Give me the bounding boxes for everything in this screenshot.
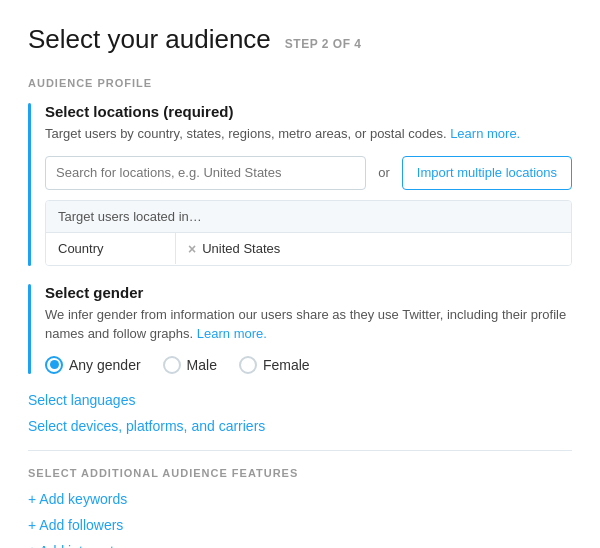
select-languages-link[interactable]: Select languages (28, 392, 135, 408)
or-text: or (378, 165, 390, 180)
gender-any-label: Any gender (69, 357, 141, 373)
locations-title: Select locations (required) (45, 103, 572, 120)
target-row-value: × United States (176, 233, 292, 265)
target-row: Country × United States (46, 233, 571, 265)
gender-female-label: Female (263, 357, 310, 373)
gender-title: Select gender (45, 284, 572, 301)
page-title: Select your audience (28, 24, 271, 55)
add-keywords-text: + Add keywords (28, 491, 127, 507)
locations-search-input[interactable] (45, 156, 366, 190)
gender-male-option[interactable]: Male (163, 356, 217, 374)
gender-desc: We infer gender from information our use… (45, 305, 572, 344)
gender-learn-more[interactable]: Learn more. (197, 326, 267, 341)
locations-desc: Target users by country, states, regions… (45, 124, 572, 144)
gender-desc-text: We infer gender from information our use… (45, 307, 566, 342)
devices-section: Select devices, platforms, and carriers (28, 418, 572, 434)
gender-field-group: Select gender We infer gender from infor… (28, 284, 572, 374)
additional-features-section: SELECT ADDITIONAL AUDIENCE FEATURES + Ad… (28, 467, 572, 549)
gender-any-option[interactable]: Any gender (45, 356, 141, 374)
target-header: Target users located in… (46, 201, 571, 233)
gender-female-radio[interactable] (239, 356, 257, 374)
gender-male-label: Male (187, 357, 217, 373)
audience-profile-section: AUDIENCE PROFILE Select locations (requi… (28, 77, 572, 434)
import-locations-button[interactable]: Import multiple locations (402, 156, 572, 190)
target-location-value: United States (202, 241, 280, 256)
remove-location-button[interactable]: × (188, 241, 196, 257)
gender-any-radio[interactable] (45, 356, 63, 374)
gender-left-bar (28, 284, 31, 374)
page-header: Select your audience STEP 2 OF 4 (28, 24, 572, 55)
add-followers-text: + Add followers (28, 517, 123, 533)
locations-left-bar (28, 103, 31, 266)
gender-options: Any gender Male Female (45, 356, 572, 374)
step-label: STEP 2 OF 4 (285, 37, 362, 51)
locations-target-table: Target users located in… Country × Unite… (45, 200, 572, 266)
languages-section: Select languages (28, 392, 572, 408)
target-country-label: Country (46, 233, 176, 264)
gender-male-radio[interactable] (163, 356, 181, 374)
locations-learn-more[interactable]: Learn more. (450, 126, 520, 141)
locations-content: Select locations (required) Target users… (45, 103, 572, 266)
gender-content: Select gender We infer gender from infor… (45, 284, 572, 374)
audience-profile-label: AUDIENCE PROFILE (28, 77, 572, 89)
locations-desc-text: Target users by country, states, regions… (45, 126, 447, 141)
select-devices-link[interactable]: Select devices, platforms, and carriers (28, 418, 265, 434)
add-interests-text: + Add interests (28, 543, 121, 549)
locations-search-row: or Import multiple locations (45, 156, 572, 190)
add-interests-link[interactable]: + Add interests (28, 543, 572, 549)
add-keywords-link[interactable]: + Add keywords (28, 491, 572, 507)
add-followers-link[interactable]: + Add followers (28, 517, 572, 533)
locations-field-group: Select locations (required) Target users… (28, 103, 572, 266)
section-divider (28, 450, 572, 451)
gender-female-option[interactable]: Female (239, 356, 310, 374)
additional-features-label: SELECT ADDITIONAL AUDIENCE FEATURES (28, 467, 572, 479)
